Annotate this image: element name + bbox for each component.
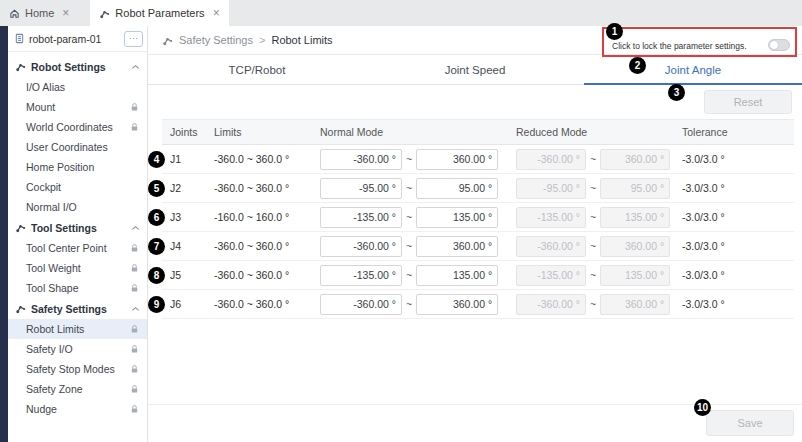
annotation-7: 7 xyxy=(148,238,165,255)
j3-normal-min-input[interactable] xyxy=(320,207,402,228)
reduced-mode-cell: ~ xyxy=(516,149,682,170)
table-header-row: Joints Limits Normal Mode Reduced Mode T… xyxy=(162,119,794,145)
joint-label: J3 xyxy=(162,211,214,223)
joint-tolerance: -3.0/3.0 ° xyxy=(682,298,794,310)
breadcrumb-section: Safety Settings xyxy=(179,34,253,46)
sidebar-section-robot-settings[interactable]: Robot Settings xyxy=(8,56,147,77)
tab-home[interactable]: Home × xyxy=(0,0,78,26)
lock-notice-text: Click to lock the parameter settings. xyxy=(612,41,747,51)
sidebar-item-tool-shape[interactable]: Tool Shape xyxy=(8,278,147,298)
sidebar-item-nudge[interactable]: Nudge xyxy=(8,399,147,419)
chevron-up-icon xyxy=(131,225,140,231)
sidebar-section-safety-settings[interactable]: Safety Settings xyxy=(8,298,147,319)
j1-reduced-max-input xyxy=(600,149,670,170)
j5-normal-max-input[interactable] xyxy=(416,265,498,286)
table-row: J2 -360.0 ~ 360.0 ° ~ ~ -3.0/3.0 ° xyxy=(162,174,794,203)
sidebar-item-user-coordinates[interactable]: User Coordinates xyxy=(8,137,147,157)
content-tabs: TCP/Robot Joint Speed Joint Angle xyxy=(148,55,802,85)
robot-arm-icon xyxy=(15,61,26,72)
lock-toggle[interactable] xyxy=(768,39,790,51)
normal-mode-cell: ~ xyxy=(320,265,516,286)
annotation-6: 6 xyxy=(148,209,165,226)
j2-reduced-max-input xyxy=(600,178,670,199)
joint-limits: -360.0 ~ 360.0 ° xyxy=(214,269,320,281)
breadcrumb-current: Robot Limits xyxy=(271,34,332,46)
sidebar-item-label: User Coordinates xyxy=(26,141,108,153)
parameter-file-icon xyxy=(14,33,25,44)
joint-limits: -160.0 ~ 160.0 ° xyxy=(214,211,320,223)
sidebar-section-label: Tool Settings xyxy=(31,222,97,234)
sidebar-more-button[interactable]: ··· xyxy=(124,31,143,47)
tab-home-label: Home xyxy=(25,7,54,19)
normal-mode-cell: ~ xyxy=(320,149,516,170)
sidebar-item-label: Robot Limits xyxy=(26,323,84,335)
reset-button[interactable]: Reset xyxy=(704,90,792,114)
annotation-9: 9 xyxy=(148,296,165,313)
sidebar-item-label: World Coordinates xyxy=(26,121,113,133)
j3-normal-max-input[interactable] xyxy=(416,207,498,228)
tab-tcp-robot[interactable]: TCP/Robot xyxy=(148,55,366,84)
robot-arm-icon xyxy=(15,222,26,233)
table-row: J3 -160.0 ~ 160.0 ° ~ ~ -3.0/3.0 ° xyxy=(162,203,794,232)
annotation-8: 8 xyxy=(148,267,165,284)
lock-icon xyxy=(130,344,139,354)
sidebar-item-safety-zone[interactable]: Safety Zone xyxy=(8,379,147,399)
lock-icon xyxy=(130,364,139,374)
annotation-4: 4 xyxy=(148,151,165,168)
save-button[interactable]: Save xyxy=(706,410,794,436)
header-normal-mode: Normal Mode xyxy=(320,126,516,138)
breadcrumb-separator: > xyxy=(259,34,265,46)
sidebar-item-io-alias[interactable]: I/O Alias xyxy=(8,77,147,97)
sidebar-item-home-position[interactable]: Home Position xyxy=(8,157,147,177)
range-separator: ~ xyxy=(406,240,412,252)
j2-normal-max-input[interactable] xyxy=(416,178,498,199)
safety-settings-icon xyxy=(162,35,173,46)
close-icon[interactable]: × xyxy=(62,6,69,20)
header-joints: Joints xyxy=(162,126,214,138)
j2-normal-min-input[interactable] xyxy=(320,178,402,199)
tab-joint-angle[interactable]: Joint Angle xyxy=(584,55,802,84)
sidebar-header: robot-param-01 ··· xyxy=(8,26,147,52)
normal-mode-cell: ~ xyxy=(320,178,516,199)
sidebar-item-label: Normal I/O xyxy=(26,201,77,213)
sidebar-item-normal-io[interactable]: Normal I/O xyxy=(8,197,147,217)
j5-normal-min-input[interactable] xyxy=(320,265,402,286)
range-separator: ~ xyxy=(406,298,412,310)
j6-normal-max-input[interactable] xyxy=(416,294,498,315)
sidebar-item-tool-center-point[interactable]: Tool Center Point xyxy=(8,238,147,258)
left-accent-strip xyxy=(0,26,8,442)
j3-reduced-min-input xyxy=(516,207,586,228)
lock-icon xyxy=(130,283,139,293)
sidebar-item-world-coordinates[interactable]: World Coordinates xyxy=(8,117,147,137)
j1-normal-max-input[interactable] xyxy=(416,149,498,170)
reduced-mode-cell: ~ xyxy=(516,178,682,199)
sidebar-item-tool-weight[interactable]: Tool Weight xyxy=(8,258,147,278)
j4-normal-min-input[interactable] xyxy=(320,236,402,257)
range-separator: ~ xyxy=(590,211,596,223)
sidebar-item-cockpit[interactable]: Cockpit xyxy=(8,177,147,197)
tab-robot-parameters[interactable]: Robot Parameters × xyxy=(90,0,228,26)
sidebar-item-label: Tool Weight xyxy=(26,262,81,274)
home-icon xyxy=(9,8,20,19)
j6-normal-min-input[interactable] xyxy=(320,294,402,315)
normal-mode-cell: ~ xyxy=(320,294,516,315)
toggle-knob xyxy=(770,41,778,49)
joint-tolerance: -3.0/3.0 ° xyxy=(682,153,794,165)
sidebar-section-tool-settings[interactable]: Tool Settings xyxy=(8,217,147,238)
sidebar: robot-param-01 ··· Robot Settings I/O Al… xyxy=(8,26,148,442)
chevron-up-icon xyxy=(131,306,140,312)
sidebar-item-mount[interactable]: Mount xyxy=(8,97,147,117)
joint-limits: -360.0 ~ 360.0 ° xyxy=(214,298,320,310)
sidebar-item-safety-stop-modes[interactable]: Safety Stop Modes xyxy=(8,359,147,379)
annotation-3: 3 xyxy=(668,84,685,101)
robot-arm-icon xyxy=(15,303,26,314)
j4-normal-max-input[interactable] xyxy=(416,236,498,257)
header-limits: Limits xyxy=(214,126,320,138)
sidebar-item-safety-io[interactable]: Safety I/O xyxy=(8,339,147,359)
close-icon[interactable]: × xyxy=(213,6,220,20)
range-separator: ~ xyxy=(406,182,412,194)
j3-reduced-max-input xyxy=(600,207,670,228)
tab-joint-speed[interactable]: Joint Speed xyxy=(366,55,584,84)
sidebar-item-robot-limits[interactable]: Robot Limits xyxy=(8,319,147,339)
j1-normal-min-input[interactable] xyxy=(320,149,402,170)
